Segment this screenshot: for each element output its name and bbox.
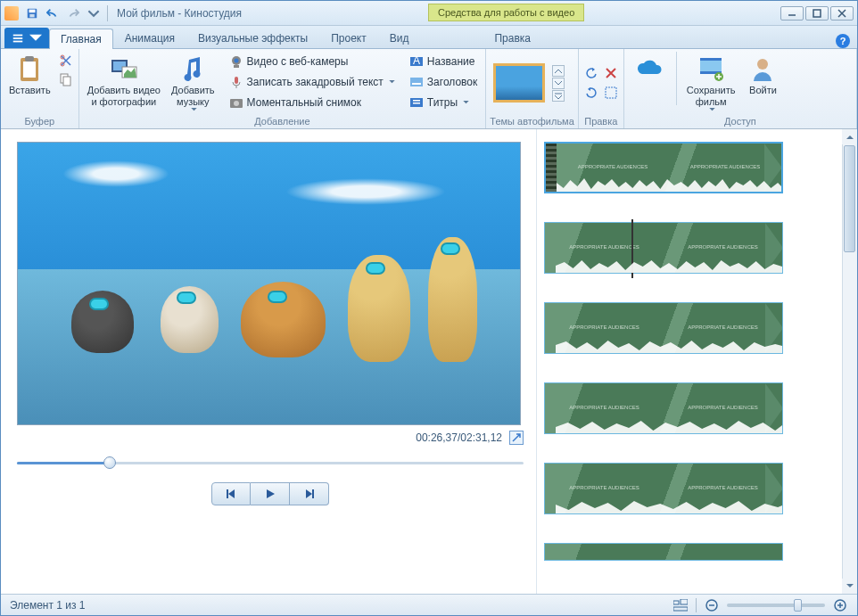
tab-edit[interactable]: Правка (483, 28, 542, 48)
paste-button[interactable]: Вставить (4, 52, 55, 99)
save-icon[interactable] (24, 5, 40, 21)
svg-rect-41 (681, 599, 688, 604)
title-button[interactable]: AНазвание (405, 52, 482, 71)
onedrive-button[interactable] (628, 52, 671, 87)
seek-thumb[interactable] (103, 456, 116, 469)
zoom-in-button[interactable] (832, 597, 848, 613)
status-bar: Элемент 1 из 1 (1, 594, 857, 615)
storyboard-scrollbar[interactable] (842, 129, 857, 594)
svg-rect-30 (413, 103, 420, 104)
rotate-right-button[interactable] (582, 84, 600, 102)
svg-rect-10 (25, 56, 34, 62)
credits-button[interactable]: Титры (405, 93, 482, 112)
credits-icon (409, 95, 424, 110)
scroll-up-button[interactable] (842, 129, 857, 144)
save-movie-button[interactable]: Сохранить фильм (682, 52, 740, 114)
svg-rect-21 (235, 77, 238, 84)
theme-scroll-up[interactable] (552, 65, 565, 77)
seek-bar[interactable] (17, 454, 524, 472)
svg-rect-4 (813, 10, 821, 17)
scrollbar-thumb[interactable] (844, 145, 855, 252)
svg-rect-6 (13, 37, 23, 39)
svg-point-19 (234, 59, 238, 63)
tab-home[interactable]: Главная (49, 29, 113, 49)
clip-6[interactable] (544, 543, 783, 561)
theme-expand[interactable] (552, 90, 565, 102)
preview-pane: 00:26,37/02:31,12 (1, 129, 536, 594)
cut-button[interactable] (57, 52, 75, 70)
clip-5[interactable]: APPROPRIATE AUDIENCESAPPROPRIATE AUDIENC… (544, 463, 783, 514)
prev-frame-button[interactable] (211, 482, 251, 505)
music-note-icon (178, 54, 207, 83)
tab-project[interactable]: Проект (319, 28, 378, 48)
thumbnail-size-button[interactable] (672, 597, 689, 613)
group-edit: Правка (579, 49, 624, 128)
svg-point-23 (234, 101, 239, 106)
maximize-button[interactable] (805, 6, 829, 21)
svg-rect-40 (673, 601, 679, 604)
caption-button[interactable]: Заголовок (405, 72, 482, 92)
svg-rect-14 (63, 77, 70, 86)
group-clipboard: Вставить Буфер (1, 49, 79, 128)
snapshot-button[interactable]: Моментальный снимок (225, 93, 400, 112)
select-all-button[interactable] (602, 84, 620, 102)
svg-rect-39 (312, 489, 314, 498)
signin-button[interactable]: Войти (741, 52, 784, 99)
play-button[interactable] (251, 482, 290, 505)
copy-button[interactable] (57, 70, 75, 88)
group-access: Сохранить фильм Войти Доступ (624, 49, 857, 128)
svg-rect-26 (410, 78, 423, 86)
svg-rect-1 (29, 9, 36, 12)
group-themes: Темы автофильма (486, 49, 579, 128)
theme-scroll-down[interactable] (552, 78, 565, 89)
storyboard[interactable]: APPROPRIATE AUDIENCESAPPROPRIATE AUDIENC… (536, 129, 857, 594)
svg-rect-9 (23, 62, 36, 78)
next-frame-button[interactable] (290, 482, 329, 505)
zoom-slider-thumb[interactable] (794, 599, 802, 612)
tab-view[interactable]: Вид (378, 28, 421, 48)
fullscreen-button[interactable] (509, 431, 524, 445)
save-movie-icon (697, 54, 725, 83)
film-photo-icon (110, 54, 138, 83)
clip-1[interactable]: APPROPRIATE AUDIENCESAPPROPRIATE AUDIENC… (544, 142, 783, 193)
zoom-slider[interactable] (727, 604, 825, 607)
minimize-button[interactable] (780, 6, 804, 21)
timecode: 00:26,37/02:31,12 (416, 431, 502, 444)
delete-button[interactable] (602, 64, 620, 82)
redo-icon[interactable] (65, 5, 81, 21)
svg-rect-20 (234, 65, 239, 68)
svg-point-37 (757, 59, 768, 70)
clip-2[interactable]: APPROPRIATE AUDIENCESAPPROPRIATE AUDIENC… (544, 222, 783, 274)
cloud-icon (635, 54, 664, 83)
app-icon (4, 6, 19, 21)
help-button[interactable]: ? (836, 34, 850, 48)
svg-rect-27 (412, 83, 421, 85)
rotate-left-button[interactable] (582, 64, 600, 82)
tab-visual-effects[interactable]: Визуальные эффекты (186, 28, 319, 48)
playback-controls (17, 482, 524, 505)
title-bar: Мой фильм - Киностудия Средства для рабо… (1, 1, 857, 26)
caption-icon (409, 75, 424, 89)
webcam-icon (229, 54, 243, 69)
close-button[interactable] (830, 6, 854, 21)
title-icon: A (409, 54, 424, 69)
add-media-button[interactable]: Добавить видео и фотографии (83, 52, 165, 111)
tab-animation[interactable]: Анимация (113, 28, 186, 48)
qat-customize-icon[interactable] (86, 5, 102, 21)
webcam-button[interactable]: Видео с веб-камеры (225, 52, 400, 71)
window-controls (780, 6, 854, 21)
clip-4[interactable]: APPROPRIATE AUDIENCESAPPROPRIATE AUDIENC… (544, 382, 783, 434)
ribbon: Вставить Буфер Добавить видео и фотограф… (1, 49, 857, 129)
file-menu-button[interactable] (4, 28, 49, 48)
clip-3[interactable]: APPROPRIATE AUDIENCESAPPROPRIATE AUDIENC… (544, 302, 783, 354)
zoom-out-button[interactable] (704, 597, 720, 613)
add-music-button[interactable]: Добавить музыку (167, 52, 219, 114)
theme-thumbnail[interactable] (493, 63, 545, 103)
preview-monitor[interactable] (17, 142, 521, 425)
clipboard-icon (15, 54, 44, 83)
svg-rect-32 (606, 87, 616, 98)
svg-text:A: A (413, 54, 420, 67)
narration-button[interactable]: Записать закадровый текст (225, 72, 400, 92)
scroll-down-button[interactable] (842, 579, 857, 594)
undo-icon[interactable] (45, 5, 61, 21)
